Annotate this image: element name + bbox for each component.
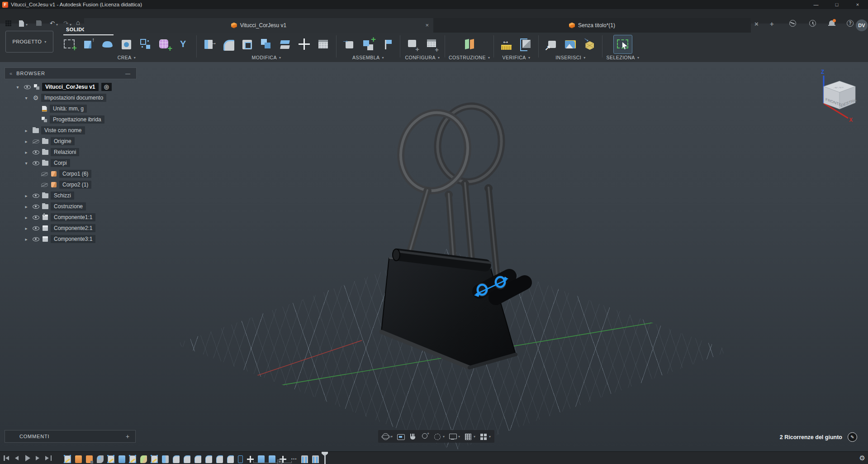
- tool-plane-button[interactable]: [460, 35, 479, 53]
- binder-clip-model[interactable]: [253, 68, 570, 403]
- tool-thread-button[interactable]: [175, 35, 193, 53]
- timeline-feature-fillet[interactable]: [194, 455, 201, 463]
- help-icon[interactable]: ?: [847, 20, 854, 27]
- visibility-on-icon[interactable]: [33, 205, 39, 209]
- tool-fillet-button[interactable]: [219, 35, 237, 53]
- timeline-feature-sketch[interactable]: [64, 455, 71, 463]
- timeline-feature-extrude-orange[interactable]: [75, 455, 82, 463]
- caret-down-icon[interactable]: ▾: [458, 435, 460, 439]
- tool-shell-button[interactable]: [238, 35, 256, 53]
- timeline-feature-box-orange[interactable]: [86, 455, 93, 463]
- document-tab-active[interactable]: Vitucci_CorJesu v1 ×: [84, 18, 433, 33]
- visibility-on-icon[interactable]: [33, 226, 39, 230]
- tool-insert-mesh-button[interactable]: [580, 35, 598, 53]
- project-dropdown-button[interactable]: PROGETTO ▾: [5, 31, 53, 53]
- group-label[interactable]: CONFIGURA▾: [405, 55, 440, 60]
- timeline-playhead[interactable]: [322, 452, 328, 464]
- tool-move-button[interactable]: [295, 35, 313, 53]
- zoom-button[interactable]: [422, 433, 429, 440]
- tool-insert-button[interactable]: [340, 35, 358, 53]
- tool-select-button[interactable]: [614, 35, 632, 53]
- group-label[interactable]: ASSEMBLA▾: [352, 55, 384, 60]
- view-cube[interactable]: FRONTE DESTRA ALTO Z X: [809, 62, 868, 123]
- tree-item-label[interactable]: Vitucci_CorJesu v1: [42, 83, 99, 91]
- tree-row[interactable]: ▾Corpi: [5, 158, 137, 168]
- home-icon[interactable]: ⌂: [76, 19, 80, 26]
- tool-section-button[interactable]: [517, 35, 535, 53]
- tree-row[interactable]: Corpo1 (6): [5, 168, 137, 179]
- expand-arrow-icon[interactable]: ▸: [25, 204, 27, 209]
- tree-row[interactable]: ▾Vitucci_CorJesu v1◎: [5, 81, 137, 92]
- tool-hole-button[interactable]: [118, 35, 136, 53]
- file-menu-icon[interactable]: [19, 20, 24, 27]
- tool-derive-button[interactable]: [542, 35, 560, 53]
- tool-joint-button[interactable]: [378, 35, 396, 53]
- expand-arrow-icon[interactable]: ▸: [25, 128, 27, 133]
- tree-item-label[interactable]: Unità: mm, g: [50, 105, 87, 113]
- tree-item-label[interactable]: Componente2:1: [51, 224, 95, 232]
- notifications-bell-icon[interactable]: [829, 20, 835, 25]
- tree-item-label[interactable]: Relazioni: [51, 148, 79, 156]
- tree-item-label[interactable]: Corpo2 (1): [59, 181, 91, 189]
- user-avatar[interactable]: DV: [856, 19, 868, 31]
- pan-button[interactable]: [409, 433, 417, 440]
- file-menu-caret-icon[interactable]: ▾: [26, 23, 28, 27]
- timeline-feature-fillet[interactable]: [216, 455, 223, 463]
- tree-item-label[interactable]: Progettazione ibrida: [50, 115, 104, 124]
- display-settings-button[interactable]: ▾: [449, 433, 460, 440]
- visibility-off-icon[interactable]: [33, 139, 39, 144]
- close-button[interactable]: ×: [847, 0, 868, 9]
- timeline-feature-sketch[interactable]: [129, 455, 136, 463]
- save-icon[interactable]: [36, 20, 42, 26]
- orbit-button[interactable]: ▾: [382, 433, 393, 440]
- timeline-feature-joint[interactable]: [301, 455, 308, 463]
- tool-config-cube-button[interactable]: [404, 35, 422, 53]
- tree-item-label[interactable]: Schizzi: [51, 191, 74, 200]
- expand-arrow-icon[interactable]: ▸: [25, 193, 27, 198]
- look-at-button[interactable]: [397, 433, 405, 440]
- tool-press-pull-button[interactable]: [200, 35, 218, 53]
- zoom-window-button[interactable]: ▾: [434, 433, 445, 440]
- visibility-on-icon[interactable]: [24, 85, 31, 89]
- timeline-feature-sweep[interactable]: [97, 455, 104, 463]
- expand-group-icon[interactable]: +: [277, 459, 282, 464]
- edit-in-place-icon[interactable]: ✎: [848, 432, 857, 442]
- tool-revolve-button[interactable]: [99, 35, 117, 53]
- timeline-feature-fillet[interactable]: [205, 455, 212, 463]
- tree-row[interactable]: ▸Schizzi: [5, 190, 137, 201]
- tree-item-label[interactable]: Corpi: [51, 159, 70, 167]
- timeline-feature-mirror[interactable]: [162, 455, 169, 463]
- expand-arrow-icon[interactable]: ▸: [25, 150, 27, 155]
- go-to-start-button[interactable]: [4, 455, 10, 461]
- expand-arrow-icon[interactable]: ▸: [25, 139, 27, 144]
- visibility-off-icon[interactable]: [41, 172, 48, 176]
- visibility-off-icon[interactable]: [41, 183, 48, 187]
- tree-row[interactable]: ▸Componente1:1: [5, 212, 137, 223]
- tool-config-table-button[interactable]: [423, 35, 441, 53]
- tree-item-label[interactable]: Impostazioni documento: [41, 94, 106, 102]
- tree-row[interactable]: ▸Costruzione: [5, 201, 137, 212]
- tree-row[interactable]: ▸Componente2:1: [5, 223, 137, 234]
- caret-down-icon[interactable]: ▾: [474, 435, 475, 439]
- tool-pattern-button[interactable]: [137, 35, 155, 53]
- comments-panel[interactable]: COMMENTI +: [5, 430, 136, 443]
- visibility-on-icon[interactable]: [33, 194, 39, 198]
- group-label[interactable]: COSTRUZIONE▾: [449, 55, 490, 60]
- caret-down-icon[interactable]: ▾: [443, 435, 445, 439]
- tree-item-label[interactable]: Origine: [51, 137, 75, 145]
- close-inactive-tab-icon[interactable]: ×: [754, 20, 759, 28]
- group-label[interactable]: SELEZIONA▾: [606, 55, 639, 60]
- activate-component-icon[interactable]: ◎: [101, 83, 112, 91]
- visibility-on-icon[interactable]: [33, 237, 39, 241]
- tool-extrude-button[interactable]: [80, 35, 98, 53]
- collapse-arrow-icon[interactable]: ▾: [16, 85, 19, 90]
- tree-row[interactable]: ▸Relazioni: [5, 147, 137, 158]
- tree-item-label[interactable]: Componente1:1: [51, 213, 95, 221]
- go-to-end-button[interactable]: [45, 455, 52, 461]
- visibility-on-icon[interactable]: [33, 150, 39, 154]
- tool-parameters-button[interactable]: [314, 35, 332, 53]
- maximize-button[interactable]: □: [826, 0, 847, 9]
- redo-icon[interactable]: ↷: [63, 20, 68, 27]
- viewports-button[interactable]: ▾: [480, 433, 491, 440]
- tool-create-sketch-button[interactable]: [61, 35, 79, 53]
